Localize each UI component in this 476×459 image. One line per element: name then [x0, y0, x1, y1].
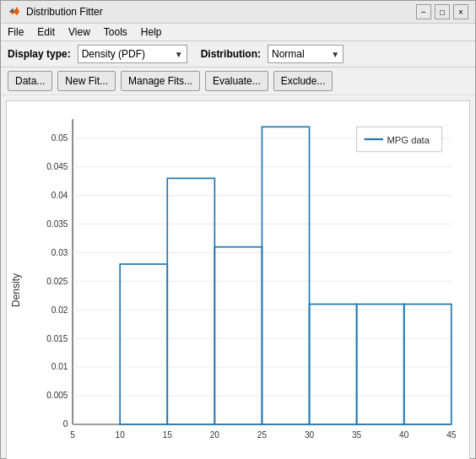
display-type-arrow: ▼ [175, 50, 183, 59]
bar-20-25 [214, 247, 262, 424]
display-type-value: Density (PDF) [82, 48, 145, 60]
new-fit-button[interactable]: New Fit... [57, 71, 116, 91]
svg-text:0.045: 0.045 [46, 162, 68, 171]
window-title: Distribution Fitter [26, 6, 103, 18]
maximize-button[interactable]: □ [435, 4, 450, 19]
manage-fits-button[interactable]: Manage Fits... [121, 71, 200, 91]
plot-area: 0 0.005 0.01 0.015 0.02 0.025 [25, 110, 461, 459]
bar-35-40 [357, 304, 404, 424]
menu-view[interactable]: View [65, 25, 94, 39]
title-bar: Distribution Fitter − □ × [1, 1, 475, 24]
svg-text:20: 20 [210, 430, 220, 440]
distribution-label: Distribution: [201, 48, 261, 60]
data-button[interactable]: Data... [8, 71, 52, 91]
toolbar: Display type: Density (PDF) ▼ Distributi… [1, 41, 475, 68]
svg-text:30: 30 [305, 430, 315, 440]
chart-inner: 0 0.005 0.01 0.015 0.02 0.025 [25, 101, 469, 459]
matlab-icon [8, 5, 21, 19]
svg-text:25: 25 [257, 430, 268, 440]
svg-text:0.04: 0.04 [51, 191, 68, 200]
svg-text:5: 5 [70, 430, 75, 440]
bar-15-20 [167, 178, 214, 424]
histogram-chart: 0 0.005 0.01 0.015 0.02 0.025 [25, 110, 461, 459]
svg-text:0.025: 0.025 [46, 277, 68, 286]
svg-text:0.05: 0.05 [51, 133, 68, 143]
menu-help[interactable]: Help [138, 25, 165, 39]
chart-area: Density 0 0.005 [6, 100, 470, 459]
main-window: Distribution Fitter − □ × File Edit View… [0, 0, 476, 459]
svg-text:0: 0 [63, 419, 68, 429]
minimize-button[interactable]: − [416, 4, 431, 19]
y-axis-label: Density [7, 101, 25, 459]
menu-edit[interactable]: Edit [34, 25, 58, 39]
svg-text:0.03: 0.03 [51, 248, 68, 257]
buttons-row: Data... New Fit... Manage Fits... Evalua… [1, 68, 475, 95]
evaluate-button[interactable]: Evaluate... [205, 71, 268, 91]
distribution-value: Normal [272, 48, 305, 60]
bar-25-30 [262, 127, 309, 424]
title-bar-left: Distribution Fitter [8, 5, 103, 19]
svg-text:0.02: 0.02 [51, 305, 68, 315]
svg-text:35: 35 [352, 430, 362, 440]
display-type-dropdown[interactable]: Density (PDF) ▼ [78, 45, 187, 63]
distribution-dropdown[interactable]: Normal ▼ [268, 45, 343, 63]
bar-40-45 [404, 304, 452, 424]
legend-label: MPG data [387, 135, 430, 145]
svg-text:15: 15 [163, 430, 173, 440]
svg-text:45: 45 [446, 430, 457, 440]
exclude-button[interactable]: Exclude... [273, 71, 333, 91]
svg-text:10: 10 [116, 430, 126, 440]
svg-text:0.005: 0.005 [46, 391, 68, 400]
menu-file[interactable]: File [4, 25, 27, 39]
menu-tools[interactable]: Tools [100, 25, 131, 39]
bar-10-15 [120, 264, 167, 424]
svg-text:40: 40 [399, 430, 409, 440]
display-type-label: Display type: [8, 48, 71, 60]
svg-text:0.035: 0.035 [46, 219, 68, 229]
close-button[interactable]: × [453, 4, 468, 19]
menu-bar: File Edit View Tools Help [1, 24, 475, 41]
svg-text:0.01: 0.01 [51, 362, 68, 371]
distribution-arrow: ▼ [331, 50, 339, 59]
bar-30-35 [310, 304, 357, 424]
svg-text:0.015: 0.015 [46, 334, 68, 343]
title-bar-controls: − □ × [416, 4, 468, 19]
